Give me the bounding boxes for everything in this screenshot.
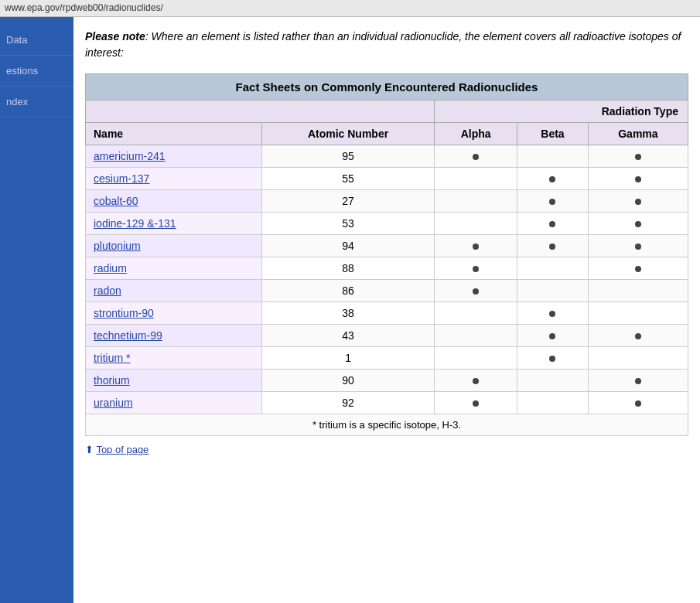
cell-name: americium-241 bbox=[86, 145, 262, 168]
cell-beta bbox=[517, 392, 589, 414]
radionuclides-table: Fact Sheets on Commonly Encountered Radi… bbox=[85, 73, 688, 436]
table-row: tritium *1 bbox=[86, 347, 688, 370]
gamma-dot bbox=[635, 378, 641, 384]
table-row: thorium90 bbox=[86, 370, 688, 392]
beta-dot bbox=[549, 311, 555, 317]
table-row: plutonium94 bbox=[86, 235, 688, 257]
beta-dot bbox=[549, 356, 555, 362]
cell-alpha bbox=[435, 325, 517, 347]
radionuclide-link[interactable]: uranium bbox=[94, 397, 133, 409]
sidebar-item-questions[interactable]: estions bbox=[0, 56, 73, 87]
cell-gamma bbox=[588, 280, 688, 302]
cell-atomic-number: 1 bbox=[261, 347, 434, 370]
radionuclide-link[interactable]: radon bbox=[94, 284, 121, 297]
table-row: cobalt-6027 bbox=[86, 190, 688, 213]
radionuclide-link[interactable]: cobalt-60 bbox=[94, 195, 138, 207]
radionuclide-link[interactable]: iodine-129 &-131 bbox=[94, 217, 176, 230]
alpha-dot bbox=[473, 288, 479, 295]
radionuclide-link[interactable]: radium bbox=[94, 262, 127, 274]
cell-beta bbox=[517, 347, 589, 370]
cell-alpha bbox=[435, 370, 517, 392]
cell-beta bbox=[517, 302, 589, 325]
cell-alpha bbox=[435, 280, 517, 302]
gamma-dot bbox=[635, 199, 641, 205]
sidebar-item-label: Data bbox=[6, 34, 27, 46]
cell-atomic-number: 94 bbox=[261, 235, 434, 257]
cell-gamma bbox=[588, 190, 688, 213]
cell-atomic-number: 43 bbox=[261, 325, 434, 347]
main-content: Please note: Where an element is listed … bbox=[73, 17, 700, 603]
table-row: iodine-129 &-13153 bbox=[86, 213, 688, 235]
cell-atomic-number: 90 bbox=[261, 370, 434, 392]
cell-alpha bbox=[435, 213, 517, 235]
cell-alpha bbox=[435, 347, 517, 370]
table-row: uranium92 bbox=[86, 392, 688, 414]
cell-atomic-number: 55 bbox=[261, 168, 434, 190]
cell-beta bbox=[517, 235, 589, 257]
beta-dot bbox=[549, 176, 555, 182]
cell-alpha bbox=[435, 302, 517, 325]
gamma-dot bbox=[635, 400, 641, 407]
cell-gamma bbox=[588, 302, 688, 325]
cell-gamma bbox=[588, 235, 688, 257]
table-footnote: * tritium is a specific isotope, H-3. bbox=[86, 414, 688, 436]
beta-dot bbox=[549, 244, 555, 250]
cell-gamma bbox=[588, 257, 688, 280]
alpha-dot bbox=[473, 244, 479, 250]
cell-alpha bbox=[435, 190, 517, 213]
cell-name: uranium bbox=[86, 392, 262, 414]
top-of-page-anchor[interactable]: Top of page bbox=[96, 444, 149, 455]
cell-beta bbox=[517, 145, 589, 168]
radionuclide-link[interactable]: tritium * bbox=[94, 352, 130, 364]
table-row: radium88 bbox=[86, 257, 688, 280]
table-title: Fact Sheets on Commonly Encountered Radi… bbox=[86, 74, 688, 100]
cell-alpha bbox=[435, 257, 517, 280]
cell-gamma bbox=[588, 325, 688, 347]
cell-beta bbox=[517, 257, 589, 280]
cell-beta bbox=[517, 168, 589, 190]
radionuclide-link[interactable]: strontium-90 bbox=[94, 307, 154, 319]
cell-alpha bbox=[435, 145, 517, 168]
cell-atomic-number: 53 bbox=[261, 213, 434, 235]
cell-gamma bbox=[588, 347, 688, 370]
cell-atomic-number: 86 bbox=[261, 280, 434, 302]
note-body: : Where an element is listed rather than… bbox=[85, 30, 681, 59]
url-text: www.epa.gov/rpdweb00/radionuclides/ bbox=[5, 2, 163, 13]
cell-atomic-number: 95 bbox=[261, 145, 434, 168]
cell-name: technetium-99 bbox=[86, 325, 262, 347]
sidebar: Data estions ndex bbox=[0, 17, 73, 603]
cell-alpha bbox=[435, 235, 517, 257]
radiation-type-header: Radiation Type bbox=[435, 100, 688, 123]
cell-beta bbox=[517, 370, 589, 392]
note-label: Please note bbox=[85, 30, 145, 43]
radionuclide-link[interactable]: thorium bbox=[94, 374, 130, 387]
sidebar-item-index[interactable]: ndex bbox=[0, 87, 73, 118]
gamma-dot bbox=[635, 221, 641, 227]
cell-gamma bbox=[588, 370, 688, 392]
col-header-gamma: Gamma bbox=[588, 123, 688, 145]
alpha-dot bbox=[473, 154, 479, 160]
gamma-dot bbox=[635, 333, 641, 339]
col-header-atomic: Atomic Number bbox=[261, 123, 434, 145]
cell-name: radium bbox=[86, 257, 262, 280]
radionuclide-link[interactable]: cesium-137 bbox=[94, 172, 149, 185]
radionuclide-link[interactable]: americium-241 bbox=[94, 150, 166, 162]
sidebar-item-label: ndex bbox=[6, 96, 28, 107]
table-row: technetium-9943 bbox=[86, 325, 688, 347]
gamma-dot bbox=[635, 154, 641, 160]
cell-atomic-number: 38 bbox=[261, 302, 434, 325]
cell-atomic-number: 88 bbox=[261, 257, 434, 280]
sidebar-item-data[interactable]: Data bbox=[0, 25, 73, 56]
radionuclide-link[interactable]: technetium-99 bbox=[94, 329, 162, 342]
cell-name: tritium * bbox=[86, 347, 262, 370]
sidebar-item-label: estions bbox=[6, 65, 38, 77]
cell-atomic-number: 92 bbox=[261, 392, 434, 414]
top-of-page-link[interactable]: Top of page bbox=[85, 444, 688, 455]
radionuclide-link[interactable]: plutonium bbox=[94, 240, 141, 252]
beta-dot bbox=[549, 333, 555, 339]
cell-alpha bbox=[435, 392, 517, 414]
cell-name: radon bbox=[86, 280, 262, 302]
cell-name: thorium bbox=[86, 370, 262, 392]
alpha-dot bbox=[473, 400, 479, 407]
address-bar: www.epa.gov/rpdweb00/radionuclides/ bbox=[0, 0, 700, 17]
